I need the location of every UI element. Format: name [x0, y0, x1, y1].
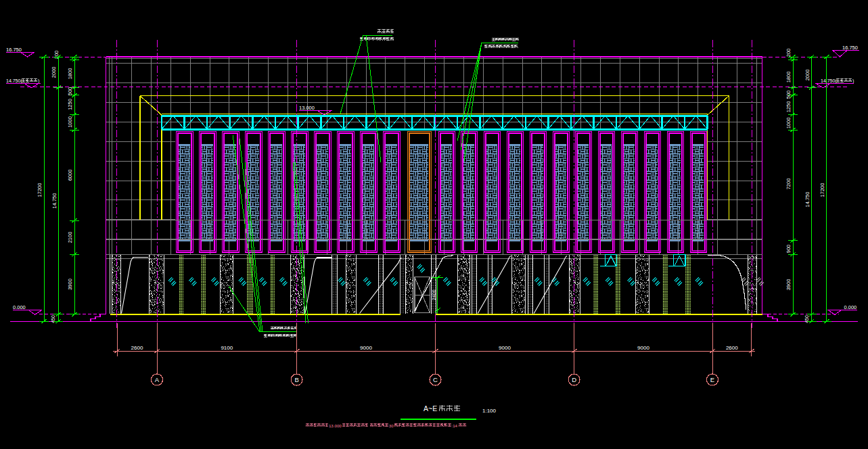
- svg-text:14.750(: 14.750(: [821, 78, 837, 84]
- svg-text:7200: 7200: [785, 179, 792, 190]
- svg-text:C: C: [433, 376, 438, 383]
- svg-text:9100: 9100: [221, 345, 233, 351]
- svg-text:1800: 1800: [67, 68, 73, 80]
- svg-text:A~E: A~E: [424, 404, 437, 412]
- svg-text:1000: 1000: [67, 116, 73, 128]
- svg-text:9000: 9000: [360, 345, 372, 351]
- svg-text:9000: 9000: [499, 345, 511, 351]
- svg-text:450: 450: [804, 315, 809, 323]
- svg-text:B: B: [294, 376, 298, 383]
- svg-text:): ): [38, 78, 39, 84]
- svg-text:1250: 1250: [67, 99, 73, 110]
- svg-text:D: D: [572, 376, 576, 383]
- svg-text:A: A: [155, 376, 160, 383]
- svg-text:13.000: 13.000: [329, 423, 342, 428]
- svg-text:14.750: 14.750: [51, 193, 58, 209]
- svg-text:16.750: 16.750: [6, 47, 22, 53]
- svg-text:2600: 2600: [131, 345, 143, 351]
- svg-text:0.000: 0.000: [13, 304, 26, 310]
- svg-text:200: 200: [785, 49, 792, 57]
- svg-text:13.000: 13.000: [299, 105, 315, 111]
- svg-text:2000: 2000: [51, 66, 58, 78]
- svg-text:14.750: 14.750: [804, 192, 810, 208]
- svg-text:16.750: 16.750: [842, 45, 858, 51]
- svg-text:1250: 1250: [785, 101, 792, 113]
- svg-text:900: 900: [785, 245, 792, 254]
- svg-text:9000: 9000: [637, 345, 649, 351]
- svg-text:1800: 1800: [785, 72, 792, 83]
- svg-text:1:100: 1:100: [482, 408, 497, 414]
- svg-text:2400: 2400: [432, 289, 436, 300]
- svg-text:500: 500: [785, 91, 792, 99]
- svg-text:6000: 6000: [67, 170, 73, 181]
- svg-text:14.750(: 14.750(: [6, 78, 22, 84]
- svg-text:0.000: 0.000: [844, 304, 857, 310]
- svg-text:3900: 3900: [67, 279, 73, 290]
- svg-text:500: 500: [67, 87, 73, 96]
- svg-text::14: :14: [451, 423, 457, 428]
- svg-text:30: 30: [389, 423, 394, 428]
- svg-text:): ): [852, 78, 854, 84]
- svg-text:17200: 17200: [37, 183, 43, 197]
- svg-text:3900: 3900: [785, 279, 792, 291]
- svg-text:17200: 17200: [819, 183, 825, 197]
- svg-text:2000: 2000: [804, 70, 810, 81]
- svg-text:1000: 1000: [785, 118, 792, 129]
- svg-text:2600: 2600: [726, 345, 738, 351]
- svg-text:2100: 2100: [67, 232, 73, 243]
- svg-text:E: E: [710, 376, 714, 383]
- svg-text:450: 450: [51, 315, 55, 323]
